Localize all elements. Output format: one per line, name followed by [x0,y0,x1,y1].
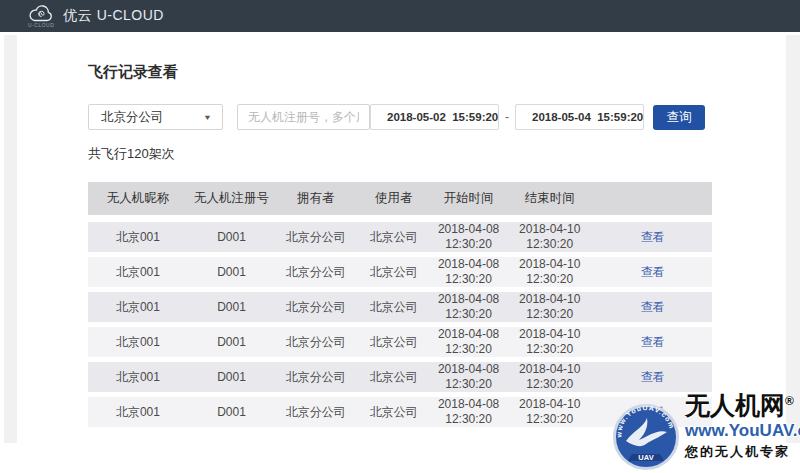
view-link[interactable]: 查看 [641,265,665,279]
left-scrollbar-track[interactable] [4,35,17,443]
cell-reg: D001 [188,362,275,397]
top-header: U-CLOUD 优云 U-CLOUD [0,0,800,32]
cell-action: 查看 [593,222,712,257]
cell-reg: D001 [188,397,275,432]
registration-number-input[interactable] [237,104,370,130]
col-owner: 拥有者 [275,182,356,222]
cell-end: 2018-04-1012:30:20 [506,292,593,327]
watermark-site-url: www.YouUAV.com [685,421,800,441]
cell-reg: D001 [188,327,275,362]
cell-start: 2018-04-0812:30:20 [431,327,506,362]
cell-reg: D001 [188,257,275,292]
cell-end: 2018-04-1012:30:20 [506,327,593,362]
watermark-brand-name: 无人机网 [685,391,785,419]
cell-nickname: 北京001 [88,362,188,397]
view-link[interactable]: 查看 [641,335,665,349]
table-row: 北京001D001北京分公司北京公司2018-04-0812:30:202018… [88,222,712,257]
cell-action: 查看 [593,292,712,327]
chevron-down-icon: ▼ [203,113,212,122]
view-link[interactable]: 查看 [641,370,665,384]
cell-start: 2018-04-0812:30:20 [431,222,506,257]
search-button[interactable]: 查询 [653,105,705,130]
end-datetime-value: 2018-05-04 15:59:20 [532,111,643,123]
col-user: 使用者 [356,182,431,222]
registered-mark: ® [785,394,794,408]
cell-start: 2018-04-0812:30:20 [431,292,506,327]
watermark-slogan: 您的无人机专家 [685,443,800,461]
cell-reg: D001 [188,292,275,327]
cell-owner: 北京分公司 [275,397,356,432]
brand-title: 优云 U-CLOUD [63,7,164,25]
cell-owner: 北京分公司 [275,257,356,292]
watermark: www.YouUAV.com UAV 无人机网® www.YouUAV.com … [612,392,800,471]
cell-owner: 北京分公司 [275,362,356,397]
table-row: 北京001D001北京分公司北京公司2018-04-0812:30:202018… [88,292,712,327]
start-datetime-value: 2018-05-02 15:59:20 [387,111,498,123]
cell-user: 北京公司 [356,222,431,257]
cell-action: 查看 [593,327,712,362]
view-link[interactable]: 查看 [641,300,665,314]
cell-nickname: 北京001 [88,222,188,257]
cell-nickname: 北京001 [88,257,188,292]
cell-nickname: 北京001 [88,397,188,432]
cell-user: 北京公司 [356,257,431,292]
cell-owner: 北京分公司 [275,292,356,327]
cell-start: 2018-04-0812:30:20 [431,257,506,292]
page-title: 飞行记录查看 [88,63,712,82]
table-row: 北京001D001北京分公司北京公司2018-04-0812:30:202018… [88,257,712,292]
cell-owner: 北京分公司 [275,327,356,362]
cell-nickname: 北京001 [88,292,188,327]
col-action [593,182,712,222]
table-row: 北京001D001北京分公司北京公司2018-04-0812:30:202018… [88,327,712,362]
start-datetime-picker[interactable]: 2018-05-02 15:59:20 [370,104,499,130]
right-scrollbar-track[interactable] [786,35,800,443]
youuav-logo-icon: www.YouUAV.com UAV [612,403,680,471]
col-start: 开始时间 [431,182,506,222]
flight-count: 共飞行120架次 [88,145,712,163]
cell-start: 2018-04-0812:30:20 [431,362,506,397]
cell-owner: 北京分公司 [275,222,356,257]
cell-user: 北京公司 [356,397,431,432]
company-select[interactable]: 北京分公司 ▼ [88,104,223,130]
watermark-brand: 无人机网® [685,392,800,420]
range-separator: - [505,110,509,124]
cell-end: 2018-04-1012:30:20 [506,257,593,292]
ucloud-cloud-logo-icon: U-CLOUD [28,5,54,28]
logo-caption: U-CLOUD [28,23,54,28]
col-nickname: 无人机昵称 [88,182,188,222]
cell-end: 2018-04-1012:30:20 [506,397,593,432]
app-window: U-CLOUD 优云 U-CLOUD 飞行记录查看 北京分公司 ▼ [0,0,800,473]
company-select-value: 北京分公司 [101,109,164,126]
cell-start: 2018-04-0812:30:20 [431,397,506,432]
view-link[interactable]: 查看 [641,230,665,244]
watermark-badge: UAV [638,453,653,462]
col-end: 结束时间 [506,182,593,222]
filter-bar: 北京分公司 ▼ 2018-05-02 15:59:20 - [88,104,712,130]
cell-user: 北京公司 [356,327,431,362]
cell-action: 查看 [593,257,712,292]
cell-nickname: 北京001 [88,327,188,362]
cell-user: 北京公司 [356,292,431,327]
cell-end: 2018-04-1012:30:20 [506,222,593,257]
watermark-text: 无人机网® www.YouUAV.com 您的无人机专家 [685,392,800,461]
cloud-icon [28,5,54,22]
cell-user: 北京公司 [356,362,431,397]
brand[interactable]: U-CLOUD 优云 U-CLOUD [28,5,164,28]
end-datetime-picker[interactable]: 2018-05-04 15:59:20 [515,104,644,130]
cell-end: 2018-04-1012:30:20 [506,362,593,397]
col-reg: 无人机注册号 [188,182,275,222]
cell-reg: D001 [188,222,275,257]
table-header: 无人机昵称 无人机注册号 拥有者 使用者 开始时间 结束时间 [88,182,712,222]
content: 飞行记录查看 北京分公司 ▼ 2018-05-02 15:59:20 - [88,32,712,432]
